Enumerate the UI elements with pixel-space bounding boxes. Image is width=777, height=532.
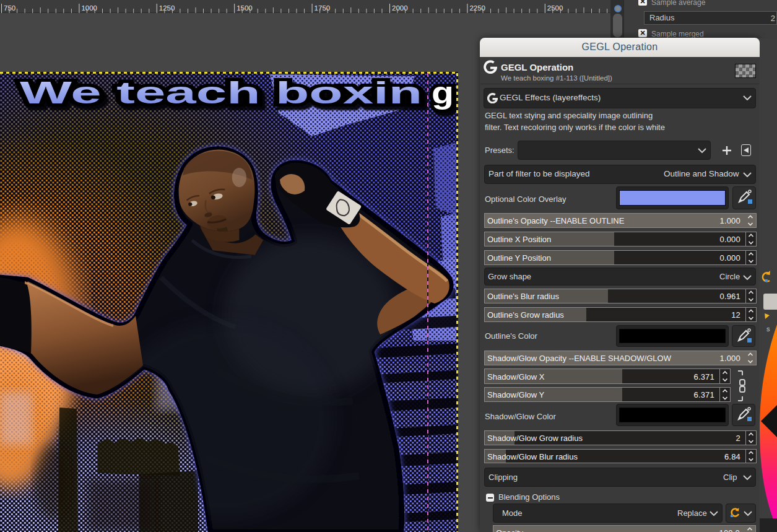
- svg-text:We teach boxin: We teach boxin: [20, 76, 422, 110]
- svg-text:750: 750: [4, 4, 15, 12]
- svg-text:s: s: [766, 325, 770, 333]
- svg-text:g: g: [432, 76, 454, 110]
